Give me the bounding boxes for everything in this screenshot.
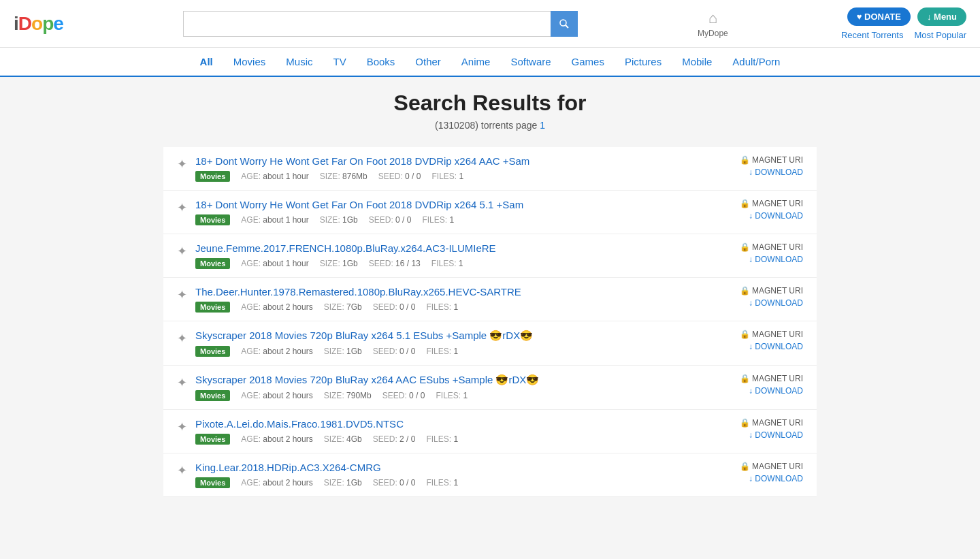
- age-meta: AGE: about 2 hours: [241, 391, 312, 400]
- download-link[interactable]: ↓ DOWNLOAD: [749, 167, 803, 177]
- result-row: ✦ Jeune.Femme.2017.FRENCH.1080p.BluRay.x…: [163, 234, 817, 278]
- nav-item-pictures[interactable]: Pictures: [625, 56, 662, 67]
- search-icon: [559, 18, 570, 29]
- search-bar: [183, 11, 578, 37]
- donate-button[interactable]: ♥ DONATE: [847, 7, 911, 26]
- magnet-link[interactable]: 🔒 MAGNET URI: [740, 155, 803, 165]
- nav-item-movies[interactable]: Movies: [233, 56, 266, 67]
- nav-item-music[interactable]: Music: [286, 56, 312, 67]
- category-badge: Movies: [195, 258, 230, 269]
- result-actions: 🔒 MAGNET URI ↓ DOWNLOAD: [740, 374, 803, 396]
- torrent-icon: ✦: [177, 419, 187, 434]
- category-badge: Movies: [195, 477, 230, 488]
- home-icon: ⌂: [708, 10, 717, 27]
- result-title[interactable]: The.Deer.Hunter.1978.Remastered.1080p.Bl…: [195, 286, 726, 298]
- result-meta: Movies AGE: about 2 hours SIZE: 1Gb SEED…: [195, 477, 726, 488]
- age-meta: AGE: about 2 hours: [241, 434, 312, 444]
- category-badge: Movies: [195, 346, 230, 357]
- result-title[interactable]: Jeune.Femme.2017.FRENCH.1080p.BluRay.x26…: [195, 242, 726, 254]
- files-meta: FILES: 1: [426, 347, 458, 356]
- svg-point-0: [560, 20, 566, 26]
- nav-item-tv[interactable]: TV: [333, 56, 346, 67]
- magnet-link[interactable]: 🔒 MAGNET URI: [740, 374, 803, 383]
- age-meta: AGE: about 2 hours: [241, 302, 312, 312]
- download-link[interactable]: ↓ DOWNLOAD: [749, 298, 803, 308]
- search-button[interactable]: [551, 11, 578, 37]
- seed-meta: SEED: 0 / 0: [378, 172, 421, 181]
- magnet-link[interactable]: 🔒 MAGNET URI: [740, 418, 803, 428]
- seed-meta: SEED: 0 / 0: [373, 347, 416, 356]
- result-title[interactable]: King.Lear.2018.HDRip.AC3.X264-CMRG: [195, 462, 726, 473]
- recent-torrents-link[interactable]: Recent Torrents: [841, 30, 904, 40]
- size-meta: SIZE: 1Gb: [324, 347, 362, 356]
- torrent-icon: ✦: [177, 244, 187, 259]
- result-meta: Movies AGE: about 2 hours SIZE: 790Mb SE…: [195, 390, 726, 401]
- files-meta: FILES: 1: [431, 172, 463, 181]
- category-badge: Movies: [195, 390, 230, 401]
- download-link[interactable]: ↓ DOWNLOAD: [749, 474, 803, 483]
- age-meta: AGE: about 1 hour: [241, 259, 308, 268]
- download-link[interactable]: ↓ DOWNLOAD: [749, 430, 803, 440]
- files-meta: FILES: 1: [422, 215, 454, 225]
- category-badge: Movies: [195, 214, 230, 225]
- result-actions: 🔒 MAGNET URI ↓ DOWNLOAD: [740, 155, 803, 177]
- result-meta: Movies AGE: about 2 hours SIZE: 1Gb SEED…: [195, 346, 726, 357]
- files-meta: FILES: 1: [436, 391, 468, 400]
- menu-button[interactable]: ↓ Menu: [917, 7, 966, 26]
- nav-item-mobile[interactable]: Mobile: [682, 56, 712, 67]
- size-meta: SIZE: 1Gb: [320, 215, 358, 225]
- magnet-link[interactable]: 🔒 MAGNET URI: [740, 242, 803, 252]
- result-title[interactable]: Skyscraper 2018 Movies 720p BluRay x264 …: [195, 374, 726, 386]
- size-meta: SIZE: 876Mb: [320, 172, 368, 181]
- age-meta: AGE: about 2 hours: [241, 347, 312, 356]
- logo[interactable]: iDope: [14, 13, 63, 35]
- category-badge: Movies: [195, 302, 230, 313]
- result-title[interactable]: 18+ Dont Worry He Wont Get Far On Foot 2…: [195, 155, 726, 167]
- nav-item-anime[interactable]: Anime: [461, 56, 491, 67]
- result-title[interactable]: Pixote.A.Lei.do.Mais.Fraco.1981.DVD5.NTS…: [195, 418, 726, 430]
- magnet-link[interactable]: 🔒 MAGNET URI: [740, 462, 803, 471]
- size-meta: SIZE: 1Gb: [320, 259, 358, 268]
- download-link[interactable]: ↓ DOWNLOAD: [749, 255, 803, 264]
- download-link[interactable]: ↓ DOWNLOAD: [749, 211, 803, 221]
- mydope-label: MyDope: [698, 29, 728, 38]
- magnet-link[interactable]: 🔒 MAGNET URI: [740, 199, 803, 208]
- size-meta: SIZE: 7Gb: [324, 302, 362, 312]
- result-meta: Movies AGE: about 1 hour SIZE: 1Gb SEED:…: [195, 258, 726, 269]
- download-link[interactable]: ↓ DOWNLOAD: [749, 386, 803, 396]
- nav-item-adult[interactable]: Adult/Porn: [732, 56, 780, 67]
- seed-meta: SEED: 16 / 13: [369, 259, 421, 268]
- most-popular-link[interactable]: Most Popular: [914, 30, 966, 40]
- category-badge: Movies: [195, 434, 230, 445]
- result-body: 18+ Dont Worry He Wont Get Far On Foot 2…: [195, 199, 726, 225]
- nav-item-games[interactable]: Games: [572, 56, 604, 67]
- seed-meta: SEED: 0 / 0: [382, 391, 425, 400]
- result-actions: 🔒 MAGNET URI ↓ DOWNLOAD: [740, 199, 803, 221]
- size-meta: SIZE: 790Mb: [324, 391, 372, 400]
- seed-meta: SEED: 0 / 0: [373, 302, 416, 312]
- download-link[interactable]: ↓ DOWNLOAD: [749, 342, 803, 351]
- result-title[interactable]: Skyscraper 2018 Movies 720p BluRay x264 …: [195, 330, 726, 342]
- magnet-link[interactable]: 🔒 MAGNET URI: [740, 286, 803, 296]
- mydope-link[interactable]: ⌂ MyDope: [698, 10, 728, 38]
- search-input[interactable]: [183, 11, 551, 37]
- age-meta: AGE: about 2 hours: [241, 478, 312, 488]
- torrent-icon: ✦: [177, 463, 187, 478]
- torrent-icon: ✦: [177, 375, 187, 390]
- result-body: Pixote.A.Lei.do.Mais.Fraco.1981.DVD5.NTS…: [195, 418, 726, 445]
- main-content: Search Results for (1310208) torrents pa…: [163, 77, 817, 511]
- result-title[interactable]: 18+ Dont Worry He Wont Get Far On Foot 2…: [195, 199, 726, 210]
- nav-item-software[interactable]: Software: [510, 56, 551, 67]
- result-meta: Movies AGE: about 1 hour SIZE: 1Gb SEED:…: [195, 214, 726, 225]
- result-body: The.Deer.Hunter.1978.Remastered.1080p.Bl…: [195, 286, 726, 313]
- result-row: ✦ 18+ Dont Worry He Wont Get Far On Foot…: [163, 191, 817, 234]
- result-row: ✦ Skyscraper 2018 Movies 720p BluRay x26…: [163, 366, 817, 410]
- result-meta: Movies AGE: about 2 hours SIZE: 4Gb SEED…: [195, 434, 726, 445]
- nav-item-books[interactable]: Books: [367, 56, 395, 67]
- magnet-link[interactable]: 🔒 MAGNET URI: [740, 330, 803, 339]
- nav-item-all[interactable]: All: [200, 56, 213, 67]
- age-meta: AGE: about 1 hour: [241, 215, 308, 225]
- page-link[interactable]: 1: [540, 120, 545, 131]
- result-body: King.Lear.2018.HDRip.AC3.X264-CMRG Movie…: [195, 462, 726, 488]
- nav-item-other[interactable]: Other: [415, 56, 441, 67]
